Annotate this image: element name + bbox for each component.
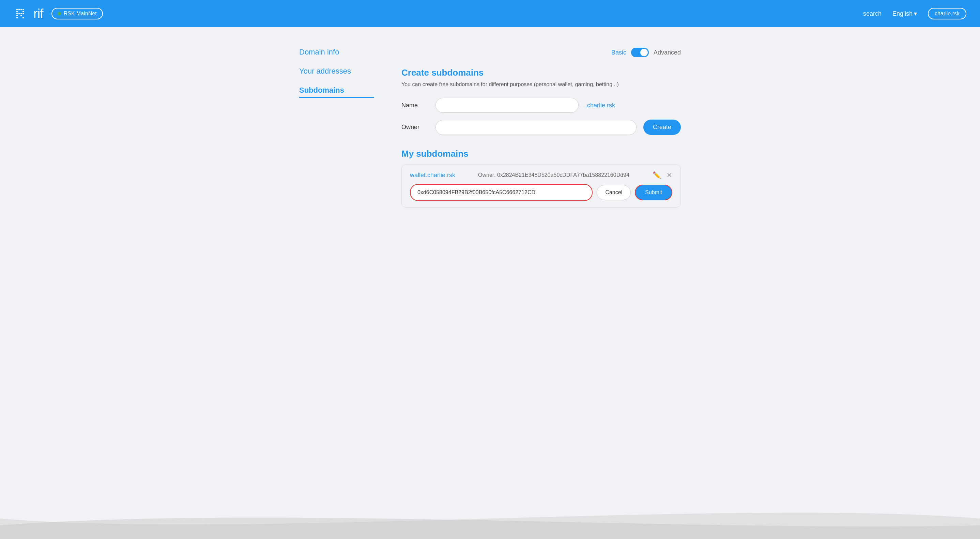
submit-button[interactable]: Submit <box>635 184 672 200</box>
main-container: Domain info Your addresses Subdomains Ba… <box>286 27 694 228</box>
content-area: Basic Advanced Create subdomains You can… <box>401 48 681 207</box>
edit-row: Cancel Submit <box>410 184 672 201</box>
svg-rect-1 <box>18 9 20 10</box>
network-label: RSK MainNet <box>64 11 97 17</box>
edit-address-input[interactable] <box>410 184 593 201</box>
svg-rect-0 <box>16 9 18 10</box>
sidebar-item-domain-info[interactable]: Domain info <box>299 48 374 57</box>
my-subdomains-title: My subdomains <box>401 149 681 159</box>
subdomain-owner: Owner: 0x2824B21E348D520a50cDDFA77ba1588… <box>478 172 652 178</box>
network-badge[interactable]: RSK MainNet <box>51 8 103 19</box>
name-input[interactable] <box>436 98 579 113</box>
header-left: rif RSK MainNet <box>14 5 103 22</box>
svg-rect-5 <box>22 11 24 12</box>
logo-text: rif <box>33 6 43 21</box>
svg-rect-7 <box>18 13 20 14</box>
subdomain-name: wallet.charlie.rsk <box>410 172 471 179</box>
owner-input[interactable] <box>436 120 636 135</box>
create-subdomains-section: Create subdomains You can create free su… <box>401 67 681 135</box>
subdomain-card: wallet.charlie.rsk Owner: 0x2824B21E348D… <box>401 165 681 207</box>
create-subdomains-title: Create subdomains <box>401 67 681 78</box>
name-form-row: Name .charlie.rsk <box>401 98 681 113</box>
subdomain-actions: ✏️ ✕ <box>652 171 672 179</box>
toggle-row: Basic Advanced <box>401 48 681 57</box>
sidebar: Domain info Your addresses Subdomains <box>299 48 374 207</box>
bottom-wave <box>0 498 980 539</box>
create-subdomains-desc: You can create free subdomains for diffe… <box>401 81 681 87</box>
header: rif RSK MainNet search English ▾ charlie… <box>0 0 980 27</box>
svg-rect-10 <box>16 15 18 16</box>
cancel-button[interactable]: Cancel <box>597 185 631 200</box>
language-label: English <box>892 10 913 17</box>
header-right: search English ▾ charlie.rsk <box>863 8 966 19</box>
rif-logo-icon <box>14 5 30 22</box>
owner-form-row: Owner Create <box>401 119 681 135</box>
toggle-knob <box>640 49 648 56</box>
logo: rif <box>14 5 43 22</box>
close-icon[interactable]: ✕ <box>667 171 672 179</box>
svg-rect-11 <box>21 15 22 16</box>
svg-rect-13 <box>22 17 24 18</box>
svg-rect-12 <box>16 17 18 18</box>
name-suffix: .charlie.rsk <box>585 102 615 109</box>
toggle-basic-label: Basic <box>611 49 626 56</box>
toggle-advanced-label: Advanced <box>654 49 681 56</box>
subdomain-row: wallet.charlie.rsk Owner: 0x2824B21E348D… <box>410 171 672 179</box>
edit-icon[interactable]: ✏️ <box>652 171 661 179</box>
svg-rect-8 <box>21 13 22 14</box>
create-button[interactable]: Create <box>643 119 681 135</box>
search-link[interactable]: search <box>863 10 881 17</box>
owner-label: Owner <box>401 124 429 131</box>
my-subdomains-section: My subdomains wallet.charlie.rsk Owner: … <box>401 149 681 207</box>
network-dot <box>57 12 61 15</box>
account-button[interactable]: charlie.rsk <box>928 8 966 19</box>
svg-rect-2 <box>21 9 22 10</box>
chevron-down-icon: ▾ <box>914 10 917 17</box>
language-selector[interactable]: English ▾ <box>892 10 917 17</box>
basic-advanced-toggle[interactable] <box>631 48 649 57</box>
sidebar-item-subdomains[interactable]: Subdomains <box>299 86 374 98</box>
sidebar-item-your-addresses[interactable]: Your addresses <box>299 67 374 76</box>
name-label: Name <box>401 102 429 109</box>
svg-rect-4 <box>16 11 18 12</box>
svg-rect-6 <box>16 13 18 14</box>
svg-rect-3 <box>22 9 24 10</box>
svg-rect-9 <box>22 13 24 14</box>
